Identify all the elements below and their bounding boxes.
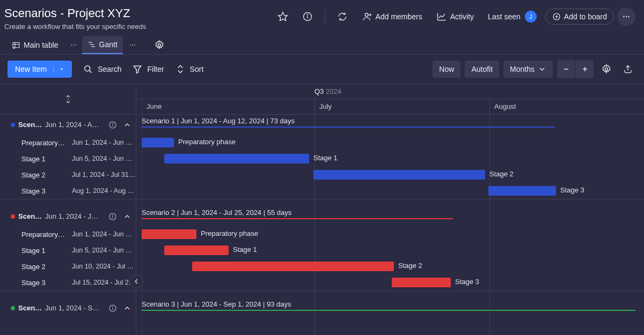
gantt-bar[interactable]	[164, 154, 309, 163]
more-button[interactable]	[617, 8, 635, 26]
autofit-button[interactable]: Autofit	[465, 61, 499, 78]
task-dates: Jul 15, 2024 - Jul 25, 2024	[72, 279, 136, 286]
table-icon	[12, 41, 20, 49]
filter-label: Filter	[147, 65, 164, 73]
add-members-label: Add members	[376, 12, 422, 21]
header-right: Add members Activity Last seen J Add to …	[272, 8, 635, 26]
svg-point-18	[73, 44, 74, 46]
info-icon[interactable]	[108, 303, 118, 313]
search-icon	[83, 64, 93, 75]
task-bar-row: Stage 2	[136, 167, 644, 183]
autofit-label: Autofit	[471, 65, 493, 73]
activity-button[interactable]: Activity	[431, 8, 479, 25]
now-button[interactable]: Now	[433, 61, 460, 78]
expand-collapse-icon[interactable]	[64, 94, 72, 105]
group-header[interactable]: Scen… Jun 1, 2024 - Se…	[0, 298, 136, 318]
task-row[interactable]: Preparatory p… Jun 1, 2024 - Jun 6…	[0, 135, 136, 151]
new-item-dropdown[interactable]	[53, 66, 64, 72]
task-dates: Jun 1, 2024 - Jun 1…	[72, 230, 136, 238]
tab-main-table-menu[interactable]	[67, 39, 80, 51]
new-item-button[interactable]: New Item	[8, 61, 72, 78]
svg-point-42	[113, 214, 113, 215]
scenario-summary-label: Scenario 2 | Jun 1, 2024 - Jul 25, 2024 …	[142, 209, 291, 217]
info-icon	[302, 11, 313, 22]
group-separator	[0, 291, 136, 298]
group-color-dot	[11, 306, 15, 310]
view-settings-button[interactable]	[151, 36, 168, 54]
gantt-right-panel[interactable]: Q3 2024 JuneJulyAugust Scenario 1 | Jun …	[136, 84, 644, 335]
task-row[interactable]: Stage 2 Jul 1, 2024 - Jul 31, 2024	[0, 167, 136, 183]
gantt-bar[interactable]	[313, 170, 485, 180]
task-row[interactable]: Stage 1 Jun 5, 2024 - Jun 16, 2024	[0, 242, 136, 258]
info-button[interactable]	[297, 8, 318, 25]
search-button[interactable]: Search	[83, 64, 121, 75]
info-icon[interactable]	[108, 212, 118, 221]
gantt-bar[interactable]	[142, 138, 174, 147]
chevron-up-icon[interactable]	[123, 304, 131, 312]
tab-gantt-menu[interactable]	[126, 39, 139, 51]
gantt-bar[interactable]	[192, 262, 394, 271]
new-item-label: New Item	[15, 65, 47, 73]
chevron-up-icon[interactable]	[123, 121, 131, 129]
gantt-bar[interactable]	[392, 278, 451, 287]
task-name: Stage 2	[21, 171, 67, 179]
scenario-span-line	[142, 310, 635, 311]
task-row[interactable]: Stage 1 Jun 5, 2024 - Jun 30, 2024	[0, 151, 136, 167]
export-button[interactable]	[619, 61, 636, 78]
refresh-button[interactable]	[332, 8, 353, 25]
task-bar-row: Stage 1	[136, 242, 644, 258]
group-date-range: Jun 1, 2024 - Au…	[45, 121, 100, 129]
zoom-out-button[interactable]	[557, 60, 575, 78]
svg-point-16	[13, 47, 15, 49]
filter-button[interactable]: Filter	[132, 64, 164, 75]
group-header[interactable]: Scen… Jun 1, 2024 - Ju…	[0, 206, 136, 226]
svg-point-26	[158, 44, 160, 47]
gantt-bar[interactable]	[164, 245, 229, 255]
chevron-up-icon[interactable]	[123, 212, 131, 221]
group-separator	[136, 291, 644, 298]
tab-main-table[interactable]: Main table	[6, 36, 64, 54]
page-subtitle: Create a workflow that fits your specifi…	[4, 23, 272, 31]
svg-point-25	[134, 44, 135, 46]
scenario-summary-label: Scenario 1 | Jun 1, 2024 - Aug 12, 2024 …	[142, 117, 295, 125]
more-horizontal-icon	[128, 41, 137, 49]
plus-circle-icon	[552, 12, 561, 21]
month-cell: July	[314, 99, 336, 115]
tab-gantt[interactable]: Gantt	[82, 36, 123, 54]
gantt-bar[interactable]	[142, 229, 196, 239]
task-row[interactable]: Preparatory … Jun 1, 2024 - Jun 1…	[0, 226, 136, 242]
timeline-header: Q3 2024 JuneJulyAugust	[136, 84, 644, 115]
last-seen[interactable]: Last seen J	[482, 8, 542, 26]
gantt-left-header	[0, 84, 136, 115]
collapse-left-panel-button[interactable]	[129, 274, 143, 288]
gantt-settings-button[interactable]	[598, 61, 615, 78]
favorite-button[interactable]	[272, 8, 294, 25]
svg-point-34	[605, 68, 608, 71]
group-header[interactable]: Scen… Jun 1, 2024 - Au…	[0, 115, 136, 135]
task-row[interactable]: Stage 2 Jun 10, 2024 - Jul 15, 2024	[0, 258, 136, 274]
group-color-dot	[11, 123, 15, 127]
task-dates: Aug 1, 2024 - Aug 12, 2024	[72, 187, 136, 195]
minus-icon	[562, 65, 570, 73]
more-horizontal-icon	[622, 12, 631, 21]
activity-label: Activity	[450, 12, 474, 21]
task-name: Stage 3	[21, 279, 67, 287]
task-row[interactable]: Stage 3 Jul 15, 2024 - Jul 25, 2024	[0, 274, 136, 291]
timescale-dropdown[interactable]: Months	[503, 61, 553, 78]
upload-icon	[623, 64, 633, 75]
add-members-button[interactable]: Add members	[356, 8, 428, 25]
star-icon	[277, 11, 288, 22]
zoom-in-button[interactable]	[575, 60, 594, 78]
sort-button[interactable]: Sort	[175, 64, 204, 75]
quarter-label: Q3 2024	[314, 87, 341, 95]
info-icon[interactable]	[108, 120, 118, 130]
sort-label: Sort	[190, 65, 204, 73]
task-row[interactable]: Stage 3 Aug 1, 2024 - Aug 12, 2024	[0, 183, 136, 199]
add-to-board-button[interactable]: Add to board	[545, 9, 614, 25]
svg-point-23	[130, 44, 131, 46]
toolbar-right: Now Autofit Months	[433, 60, 636, 78]
group-separator	[136, 199, 644, 206]
scenario-summary-label: Scenario 3 | Jun 1, 2024 - Sep 1, 2024 |…	[142, 300, 291, 308]
gantt-bar[interactable]	[488, 186, 556, 196]
task-bar-row: Stage 2	[136, 258, 644, 274]
